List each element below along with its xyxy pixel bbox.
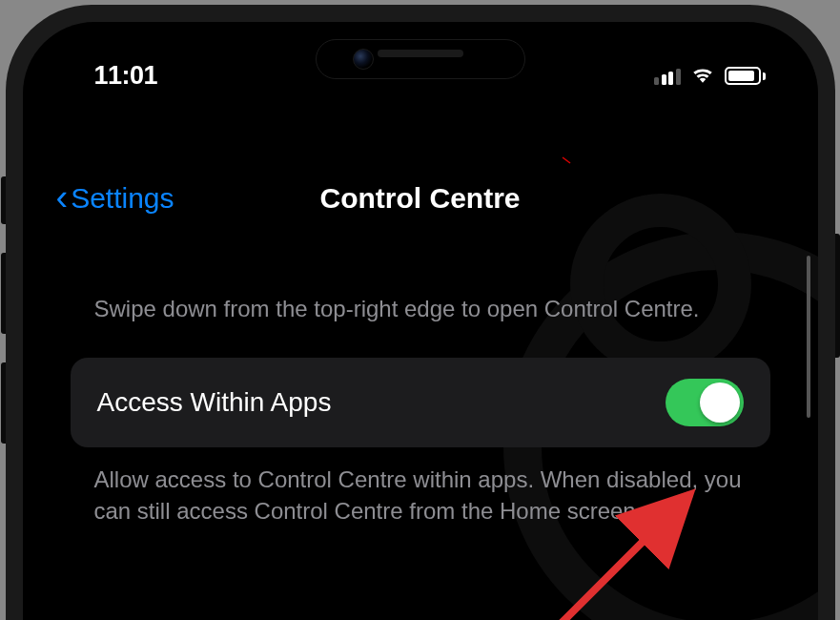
front-camera	[353, 49, 374, 70]
scroll-indicator[interactable]	[807, 256, 810, 418]
screen: 11:01	[23, 22, 818, 620]
nav-bar: ‹ Settings Control Centre	[23, 170, 818, 227]
wifi-icon	[690, 65, 715, 88]
status-icons	[654, 65, 766, 88]
back-label: Settings	[71, 182, 174, 215]
access-within-apps-row[interactable]: Access Within Apps	[71, 358, 770, 447]
power-button	[835, 234, 840, 358]
volume-up-button	[1, 253, 6, 334]
annotation-mark	[562, 151, 571, 158]
dynamic-island	[316, 39, 525, 79]
chevron-left-icon: ‹	[56, 177, 69, 218]
side-buttons-left	[1, 176, 6, 472]
section-footer-text: Allow access to Control Centre within ap…	[71, 447, 770, 544]
back-button[interactable]: ‹ Settings	[56, 179, 174, 218]
status-time: 11:01	[94, 61, 158, 91]
battery-icon	[725, 67, 766, 85]
toggle-knob	[700, 382, 740, 423]
mute-switch	[1, 176, 6, 224]
speaker-grille	[378, 50, 463, 57]
phone-frame: 11:01	[6, 5, 835, 620]
access-within-apps-toggle[interactable]	[666, 379, 744, 426]
volume-down-button	[1, 362, 6, 444]
cellular-signal-icon	[654, 68, 681, 85]
setting-label: Access Within Apps	[97, 387, 332, 418]
section-header-text: Swipe down from the top-right edge to op…	[71, 232, 770, 348]
content-area: Swipe down from the top-right edge to op…	[23, 232, 818, 544]
